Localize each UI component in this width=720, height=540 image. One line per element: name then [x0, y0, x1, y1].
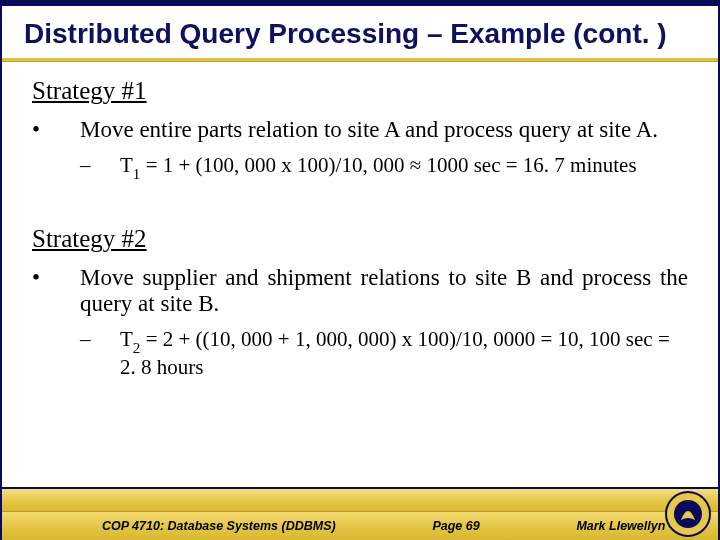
ucf-logo-icon: [664, 490, 712, 538]
t-subscript: 2: [133, 340, 141, 356]
t-rest: = 2 + ((10, 000 + 1, 000, 000) x 100)/10…: [120, 327, 670, 379]
t-subscript: 1: [133, 166, 141, 182]
strategy-1-heading: Strategy #1: [32, 77, 688, 105]
footer-course: COP 4710: Database Systems (DDBMS): [102, 519, 336, 533]
slide-title: Distributed Query Processing – Example (…: [2, 6, 718, 58]
slide-body: Strategy #1 • Move entire parts relation…: [2, 61, 718, 380]
slide: Distributed Query Processing – Example (…: [0, 0, 720, 540]
footer-author: Mark Llewellyn ©: [576, 519, 678, 533]
formula-text: T2 = 2 + ((10, 000 + 1, 000, 000) x 100)…: [120, 327, 688, 380]
formula-text: T1 = 1 + (100, 000 x 100)/10, 000 ≈ 1000…: [120, 153, 688, 181]
footer-stripe: [2, 487, 718, 512]
strategy-2-heading: Strategy #2: [32, 225, 688, 253]
footer-page: Page 69: [432, 519, 479, 533]
bullet-text: Move entire parts relation to site A and…: [80, 117, 688, 143]
strategy-2-formula: – T2 = 2 + ((10, 000 + 1, 000, 000) x 10…: [32, 327, 688, 380]
t-rest: = 1 + (100, 000 x 100)/10, 000 ≈ 1000 se…: [140, 153, 636, 177]
dash-mark: –: [32, 153, 120, 181]
strategy-2-bullet: • Move supplier and shipment relations t…: [32, 265, 688, 317]
t-prefix: T: [120, 153, 133, 177]
strategy-1-formula: – T1 = 1 + (100, 000 x 100)/10, 000 ≈ 10…: [32, 153, 688, 181]
bullet-text: Move supplier and shipment relations to …: [80, 265, 688, 317]
dash-mark: –: [32, 327, 120, 380]
t-prefix: T: [120, 327, 133, 351]
bullet-mark: •: [32, 265, 80, 317]
strategy-1-bullet: • Move entire parts relation to site A a…: [32, 117, 688, 143]
bullet-mark: •: [32, 117, 80, 143]
footer: COP 4710: Database Systems (DDBMS) Page …: [2, 487, 718, 540]
footer-content: COP 4710: Database Systems (DDBMS) Page …: [2, 512, 718, 540]
